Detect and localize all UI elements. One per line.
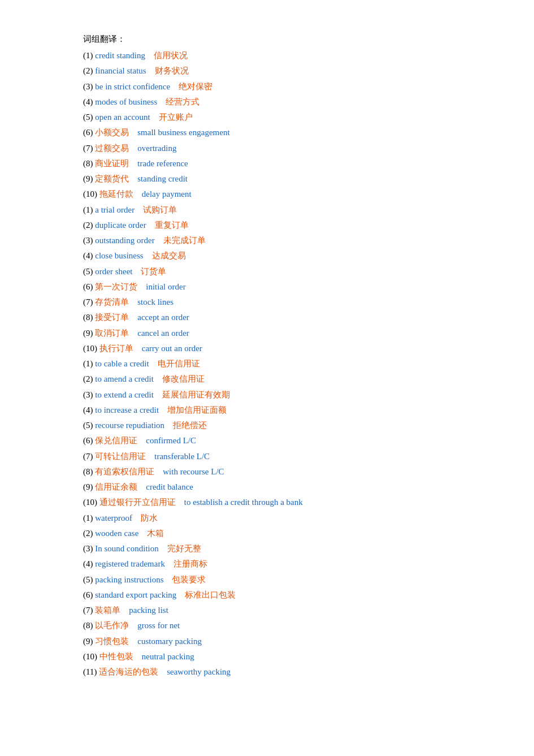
item-number: (7) (83, 297, 95, 306)
item-number: (6) (83, 436, 95, 445)
item-number: (7) (83, 144, 95, 153)
item-english: outstanding order (95, 236, 163, 245)
item-number: (7) (83, 606, 95, 615)
item-chinese: 达成交易 (152, 251, 186, 260)
item-number: (7) (83, 452, 95, 461)
item-number: (5) (83, 113, 95, 122)
item-english: modes of business (95, 97, 166, 106)
item-english: trade reference (137, 159, 188, 168)
item-number: (6) (83, 282, 95, 291)
item-chinese: 增加信用证面额 (167, 405, 227, 414)
item-chinese: 防水 (141, 513, 158, 522)
list-item: (8) 以毛作净 gross for net (83, 618, 534, 633)
list-item: (5) packing instructions 包装要求 (83, 572, 534, 587)
item-english: to amend a credit (95, 374, 162, 383)
item-chinese: 习惯包装 (95, 637, 137, 646)
item-english: be in strict confidence (95, 82, 179, 91)
item-chinese: 第一次订货 (95, 282, 146, 291)
item-number: (8) (83, 467, 95, 476)
item-chinese: 中性包装 (99, 652, 142, 661)
item-number: (1) (83, 359, 95, 368)
item-number: (5) (83, 421, 95, 430)
item-number: (9) (83, 482, 95, 491)
list-item: (9) 取消订单 cancel an order (83, 326, 534, 340)
item-number: (6) (83, 128, 95, 137)
item-english: In sound condition (95, 544, 167, 553)
item-english: customary packing (137, 637, 202, 646)
list-item: (7) 过额交易 overtrading (83, 141, 534, 155)
item-english: seaworthy packing (167, 667, 231, 676)
item-english: delay payment (142, 189, 192, 198)
list-item: (3) be in strict confidence 绝对保密 (83, 79, 534, 94)
item-english: credit standing (95, 51, 154, 60)
item-number: (4) (83, 405, 95, 414)
item-number: (9) (83, 174, 95, 183)
item-english: packing list (129, 606, 168, 615)
item-chinese: 以毛作净 (95, 621, 137, 630)
item-english: to extend a credit (95, 390, 162, 399)
item-chinese: 开立账户 (159, 113, 193, 122)
list-item: (9) 信用证余额 credit balance (83, 479, 534, 494)
item-english: waterproof (95, 513, 141, 522)
item-number: (4) (83, 97, 95, 106)
list-item: (3) outstanding order 未完成订单 (83, 233, 534, 248)
list-item: (5) recourse repudiation 拒绝偿还 (83, 418, 534, 433)
item-number: (6) (83, 590, 95, 599)
item-chinese: 可转让信用证 (95, 452, 154, 461)
item-number: (3) (83, 236, 95, 245)
item-number: (1) (83, 51, 95, 60)
item-chinese: 包装要求 (172, 575, 206, 584)
list-item: (2) to amend a credit 修改信用证 (83, 371, 534, 386)
item-number: (10) (83, 652, 99, 661)
item-english: recourse repudiation (95, 421, 173, 430)
item-chinese: 重复订单 (155, 221, 189, 230)
item-english: gross for net (137, 621, 180, 630)
item-chinese: 拖延付款 (99, 189, 142, 198)
item-english: small business engagement (137, 128, 229, 137)
item-number: (9) (83, 637, 95, 646)
list-item: (4) registered trademark 注册商标 (83, 556, 534, 571)
list-item: (8) 商业证明 trade reference (83, 156, 534, 171)
item-chinese: 修改信用证 (162, 374, 205, 383)
item-chinese: 接受订单 (95, 313, 137, 322)
item-chinese: 通过银行开立信用证 (99, 498, 184, 507)
item-number: (10) (83, 498, 99, 507)
item-chinese: 装箱单 (95, 606, 129, 615)
item-chinese: 电开信用证 (158, 359, 200, 368)
item-number: (1) (83, 513, 95, 522)
list-item: (6) standard export packing 标准出口包装 (83, 587, 534, 602)
item-chinese: 存货清单 (95, 297, 137, 306)
item-chinese: 商业证明 (95, 159, 137, 168)
item-number: (4) (83, 559, 95, 568)
list-item: (9) 定额货代 standing credit (83, 171, 534, 186)
item-chinese: 有追索权信用证 (95, 467, 163, 476)
list-item: (5) open an account 开立账户 (83, 110, 534, 124)
item-english: close business (95, 251, 151, 260)
item-english: accept an order (137, 313, 189, 322)
item-number: (2) (83, 374, 95, 383)
item-number: (4) (83, 251, 95, 260)
item-english: to cable a credit (95, 359, 157, 368)
item-chinese: 木箱 (147, 529, 164, 538)
item-chinese: 保兑信用证 (95, 436, 146, 445)
item-chinese: 适合海运的包装 (99, 667, 167, 676)
list-item: (11) 适合海运的包装 seaworthy packing (83, 664, 534, 679)
item-english: stock lines (137, 297, 173, 306)
item-chinese: 过额交易 (95, 144, 137, 153)
item-number: (8) (83, 621, 95, 630)
list-item: (4) close business 达成交易 (83, 248, 534, 263)
list-item: (10) 通过银行开立信用证 to establish a credit thr… (83, 495, 534, 509)
item-number: (5) (83, 575, 95, 584)
item-chinese: 定额货代 (95, 174, 137, 183)
item-chinese: 未完成订单 (163, 236, 206, 245)
list-item: (8) 接受订单 accept an order (83, 310, 534, 325)
list-item: (1) credit standing 信用状况 (83, 48, 534, 63)
item-chinese: 信用证余额 (95, 482, 146, 491)
item-number: (8) (83, 159, 95, 168)
item-english: wooden case (95, 529, 147, 538)
item-english: financial status (95, 66, 154, 75)
list-item: (2) financial status 财务状况 (83, 63, 534, 78)
list-item: (4) to increase a credit 增加信用证面额 (83, 403, 534, 417)
item-english: a trial order (95, 205, 143, 214)
list-item: (4) modes of business 经营方式 (83, 94, 534, 109)
